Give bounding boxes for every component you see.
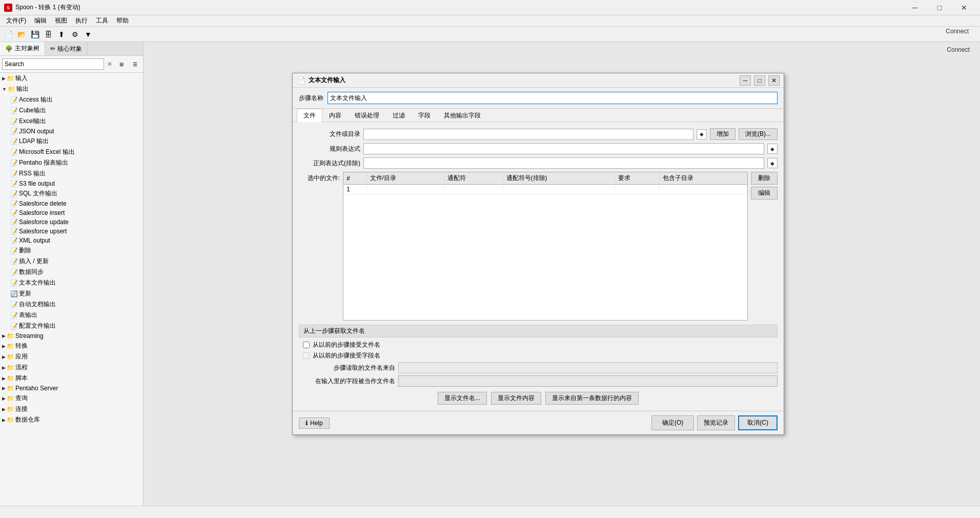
tab-core-objects[interactable]: ✏ 核心对象 — [45, 42, 88, 55]
from-prev-step-field-checkbox[interactable] — [303, 352, 310, 359]
toolbar-dropdown[interactable]: ▼ — [82, 28, 94, 41]
tree-item-json-out[interactable]: 📝JSON output — [8, 127, 143, 136]
tree-item-sf-upsert[interactable]: 📝Salesforce upsert — [8, 227, 143, 236]
tree-item-sf-update[interactable]: 📝Salesforce update — [8, 217, 143, 227]
minimize-button[interactable]: ─ — [903, 0, 927, 15]
step-name-input[interactable] — [328, 92, 778, 104]
treat-as-filename-input[interactable] — [398, 375, 778, 387]
tab-error-handling[interactable]: 错误处理 — [348, 109, 386, 122]
close-button[interactable]: ✕ — [952, 0, 976, 15]
tree-group-script[interactable]: ▶ 📁 脚本 — [0, 373, 143, 384]
tree-item-excel-out[interactable]: 📝Excel输出 — [8, 116, 143, 127]
add-file-button[interactable]: 增加 — [710, 128, 736, 140]
show-filename-button[interactable]: 显示文件名... — [438, 392, 487, 405]
tree-item-msexcel-out[interactable]: 📝Microsoft Excel 输出 — [8, 147, 143, 157]
tree-group-pentaho-server[interactable]: ▶ 📁 Pentaho Server — [0, 384, 143, 393]
tree-item-cube-out[interactable]: 📝Cube输出 — [8, 105, 143, 116]
dialog-close-button[interactable]: ✕ — [768, 75, 780, 86]
col-wildcard: 通配符 — [444, 172, 503, 185]
tree-group-input[interactable]: ▶ 📁 输入 — [0, 73, 143, 84]
menu-tools[interactable]: 工具 — [92, 15, 112, 26]
cancel-button[interactable]: 取消(C) — [738, 415, 778, 430]
tree-item-xml-out[interactable]: 📝XML output — [8, 236, 143, 245]
tab-other-output[interactable]: 其他输出字段 — [437, 109, 487, 122]
toolbar-save[interactable]: 💾 — [29, 28, 41, 41]
file-or-dir-variable-btn[interactable]: ◆ — [697, 129, 707, 140]
ok-button[interactable]: 确定(O) — [651, 415, 694, 430]
search-icon-btn[interactable]: ⊞ — [115, 58, 128, 70]
regex-exclude-input[interactable] — [363, 157, 764, 169]
file-or-dir-label: 文件或目录 — [299, 130, 360, 138]
tree-item-pentaho-out[interactable]: 📝Pentaho 报表输出 — [8, 157, 143, 168]
dialog-bottom-bar: ℹ Help 确定(O) 预览记录 取消(C) — [293, 411, 784, 434]
tab-fields[interactable]: 字段 — [412, 109, 437, 122]
file-or-dir-input[interactable] — [363, 129, 693, 140]
regex-exclude-variable-btn[interactable]: ◆ — [767, 158, 778, 168]
menu-view[interactable]: 视图 — [51, 15, 71, 26]
tree-item-insert-update[interactable]: 📝插入 / 更新 — [8, 256, 143, 267]
tab-file[interactable]: 文件 — [297, 109, 322, 122]
tree-item-update[interactable]: 🔄更新 — [8, 288, 143, 299]
show-content-button[interactable]: 显示文件内容 — [491, 392, 541, 405]
from-prev-step-checkbox[interactable] — [303, 342, 310, 348]
tree-item-sf-delete[interactable]: 📝Salesforce delete — [8, 199, 143, 208]
tree-item-rss-out[interactable]: 📝RSS 输出 — [8, 168, 143, 179]
tree-group-flow[interactable]: ▶ 📁 流程 — [0, 362, 143, 373]
step-read-from-dropdown[interactable] — [398, 362, 778, 373]
regex-variable-btn[interactable]: ◆ — [767, 144, 778, 154]
tree-group-query[interactable]: ▶ 📁 查询 — [0, 393, 143, 404]
toolbar-save-as[interactable]: 🗄 — [42, 28, 54, 41]
tree-item-sf-insert[interactable]: 📝Salesforce insert — [8, 208, 143, 217]
tab-main-objects[interactable]: 🌳 主对象树 — [0, 42, 45, 55]
tree-item-auto-doc[interactable]: 📝自动文档输出 — [8, 299, 143, 310]
delete-file-button[interactable]: 删除 — [751, 172, 778, 185]
regex-input[interactable] — [363, 143, 764, 154]
tree-item-delete[interactable]: 📝删除 — [8, 245, 143, 256]
menu-file[interactable]: 文件(F) — [2, 15, 30, 26]
preview-button[interactable]: 预览记录 — [697, 415, 735, 430]
treat-as-filename-row: 在输入里的字段被当作文件名 — [299, 375, 778, 387]
search-input[interactable] — [2, 58, 104, 70]
tree-item-text-file-out[interactable]: 📝文本文件输出 — [8, 277, 143, 288]
dialog-minimize-button[interactable]: ─ — [740, 75, 751, 86]
file-icon: 📝 — [10, 160, 18, 167]
tree-item-table-out[interactable]: 📝表输出 — [8, 310, 143, 321]
tree-group-streaming[interactable]: ▶ 📁 Streaming — [0, 331, 143, 341]
connect-label[interactable]: Connect — [941, 27, 974, 36]
file-table: # 文件/目录 通配符 通配符号(排除) 要求 包含子目录 — [343, 172, 747, 194]
tree-group-app[interactable]: ▶ 📁 应用 — [0, 351, 143, 362]
tree-group-transform[interactable]: ▶ 📁 转换 — [0, 341, 143, 351]
tab-filter[interactable]: 过滤 — [386, 109, 412, 122]
tab-content[interactable]: 内容 — [322, 109, 348, 122]
menu-execute[interactable]: 执行 — [71, 15, 92, 26]
tree-item-access-out[interactable]: 📝Access 输出 — [8, 94, 143, 105]
maximize-button[interactable]: □ — [928, 0, 951, 15]
toolbar-settings[interactable]: ⚙ — [69, 28, 81, 41]
tree-group-datawarehouse[interactable]: ▶ 📁 数据仓库 — [0, 414, 143, 425]
tree-item-ldap-out[interactable]: 📝LDAP 输出 — [8, 136, 143, 147]
tree-item-data-sync[interactable]: 📝数据同步 — [8, 267, 143, 277]
tree-item-s3-out[interactable]: 📝S3 file output — [8, 179, 143, 188]
help-button[interactable]: ℹ Help — [299, 417, 330, 429]
edit-file-button[interactable]: 编辑 — [751, 187, 778, 200]
search-list-btn[interactable]: ☰ — [129, 58, 141, 70]
show-first-row-button[interactable]: 显示来自第一条数据行的内容 — [545, 392, 639, 405]
menu-edit[interactable]: 编辑 — [30, 15, 51, 26]
toolbar-export[interactable]: ⬆ — [55, 28, 68, 41]
tree-group-output[interactable]: ▼ 📁 输出 — [0, 84, 143, 94]
search-clear-button[interactable]: ✕ — [105, 59, 114, 69]
connect-top-label[interactable]: Connect — [947, 46, 970, 53]
chevron-right-icon: ▶ — [2, 365, 6, 370]
tree-group-connect[interactable]: ▶ 📁 连接 — [0, 404, 143, 414]
menu-help[interactable]: 帮助 — [112, 15, 133, 26]
toolbar-new[interactable]: 📄 — [2, 28, 14, 41]
browse-button[interactable]: 浏览(B)... — [739, 128, 778, 140]
toolbar-open[interactable]: 📂 — [15, 28, 28, 41]
tree-item-sql-out[interactable]: 📝SQL 文件输出 — [8, 188, 143, 199]
file-or-dir-row: 文件或目录 ◆ 增加 浏览(B)... — [299, 128, 778, 140]
file-icon: 📝 — [10, 138, 18, 145]
file-icon: 📝 — [10, 128, 18, 135]
tree-item-config-file-out[interactable]: 📝配置文件输出 — [8, 321, 143, 331]
status-bar — [0, 506, 980, 518]
dialog-maximize-button[interactable]: □ — [754, 75, 765, 86]
